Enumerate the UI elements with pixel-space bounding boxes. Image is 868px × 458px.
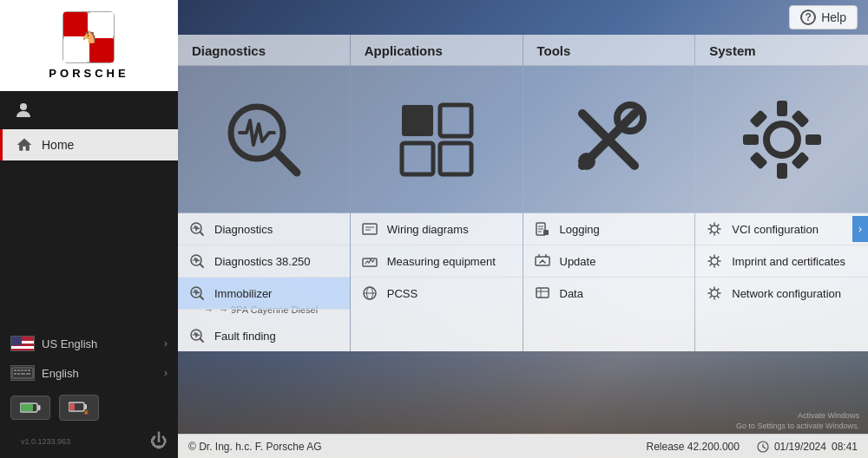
menu-item-imprint-certificates[interactable]: Imprint and certificates [695,245,868,278]
diagnostics-38250-label: Diagnostics 38.250 [214,255,339,268]
svg-rect-39 [440,143,471,174]
applications-icon-area[interactable] [351,66,523,213]
svg-rect-11 [21,370,23,371]
gear-icon-1 [706,220,723,238]
applications-header: Applications [351,35,523,66]
menu-col-tools: Tools [523,35,696,351]
gear-svg-icon-3 [707,285,722,301]
menu-item-update[interactable]: Update [523,245,695,278]
svg-rect-37 [440,105,471,136]
search-pulse-icon [189,221,205,237]
home-label: Home [42,138,74,152]
svg-rect-59 [536,288,549,298]
globe-svg-icon [362,285,378,301]
log-icon [534,220,551,238]
data-svg-icon [535,285,550,301]
menu-item-diagnostics[interactable]: Diagnostics [178,213,350,245]
tools-icon-area[interactable] [523,66,695,213]
menu-item-fault-finding[interactable]: Fault finding [178,320,350,351]
svg-rect-38 [402,143,433,174]
menu-item-diagnostics-38250[interactable]: Diagnostics 38.250 [178,245,350,278]
diagnostics-icon-area[interactable] [178,66,350,213]
sidebar-lang-english[interactable]: English › [0,358,178,388]
menu-item-immobilizer[interactable]: Immobilizer [178,278,350,310]
update-icon [534,252,551,270]
help-button[interactable]: ? Help [789,5,858,29]
svg-line-31 [201,265,204,268]
menu-item-data[interactable]: Data [523,278,695,309]
svg-rect-67 [749,109,767,128]
menu-item-wiring-diagrams[interactable]: Wiring diagrams [351,213,523,245]
logging-icon [535,221,550,237]
system-main-icon [739,96,825,183]
menu-col-system: System [695,35,868,351]
system-icon-area[interactable] [695,66,868,213]
date-time-area: 01/19/2024 08:41 [757,441,858,453]
us-flag-icon [10,336,35,351]
imprint-certificates-label: Imprint and certificates [732,255,858,268]
us-english-label: US English [42,337,97,350]
menu-item-network-configuration[interactable]: Network configuration [695,278,868,309]
update-svg-icon [535,253,550,269]
main-content: ? Help Diagnostics [178,0,868,458]
diag-icon-2 [188,252,206,270]
svg-rect-63 [777,101,787,116]
svg-text:✕: ✕ [83,409,89,415]
wire-icon [361,220,378,238]
svg-line-27 [276,152,297,173]
svg-rect-13 [28,370,30,371]
kb-flag-icon [10,365,35,381]
battery-icon-btn[interactable] [10,396,50,420]
menu-item-measuring-equipment[interactable]: Measuring equipment [351,245,523,278]
svg-rect-16 [21,373,25,375]
chevron-right-icon: › [164,337,168,350]
svg-point-62 [766,124,798,155]
power-button[interactable]: ⏻ [150,431,168,451]
svg-rect-40 [363,224,377,234]
menu-item-pcss[interactable]: PCSS [351,278,523,309]
menu-grid: Diagnostics [178,35,868,351]
menu-item-vci-configuration[interactable]: VCI configuration [695,213,868,245]
diag-icon-1 [188,220,206,238]
gear-icon-3 [706,285,723,302]
svg-rect-9 [14,370,16,371]
time-text: 08:41 [832,441,858,453]
search-pulse-icon-2 [189,253,205,269]
applications-main-icon [393,96,480,183]
globe-icon [361,285,378,302]
sidebar-lang-us-english[interactable]: US English › [0,329,178,358]
search-pulse-icon-3 [189,285,205,301]
menu-item-logging[interactable]: Logging [523,213,695,245]
svg-line-35 [201,339,204,343]
network-configuration-label: Network configuration [732,287,858,300]
svg-rect-65 [743,134,759,145]
svg-line-29 [201,232,204,236]
right-scroll-arrow[interactable]: › [852,216,868,242]
diag-icon-3 [188,285,206,302]
svg-rect-22 [69,403,75,410]
gear-icon-2 [706,252,723,270]
gear-svg-icon-1 [707,221,722,237]
svg-point-7 [20,103,27,110]
porsche-text: PORSCHE [49,67,128,80]
search-pulse-icon-4 [189,328,205,344]
sidebar-item-home[interactable]: Home [0,129,178,160]
measure-icon [361,252,378,270]
help-label: Help [821,10,846,24]
version-label: v1.0.1233.963 [10,434,81,449]
keyboard-icon [11,366,34,380]
gear-svg-icon-2 [707,253,722,269]
porsche-logo: 🐴 PORSCHE [49,11,128,80]
diagnostics-main-icon [220,96,307,183]
svg-rect-55 [543,230,549,235]
svg-rect-17 [26,373,30,375]
svg-text:🐴: 🐴 [82,29,97,44]
svg-point-71 [711,226,718,232]
release-text: Release 42.200.000 [646,441,739,453]
svg-rect-36 [402,105,433,136]
english-label: English [42,367,79,380]
vci-warn-icon-btn[interactable]: ✕ [59,395,99,421]
svg-rect-10 [17,370,20,371]
svg-line-76 [763,447,766,448]
fault-finding-label: Fault finding [214,330,339,343]
